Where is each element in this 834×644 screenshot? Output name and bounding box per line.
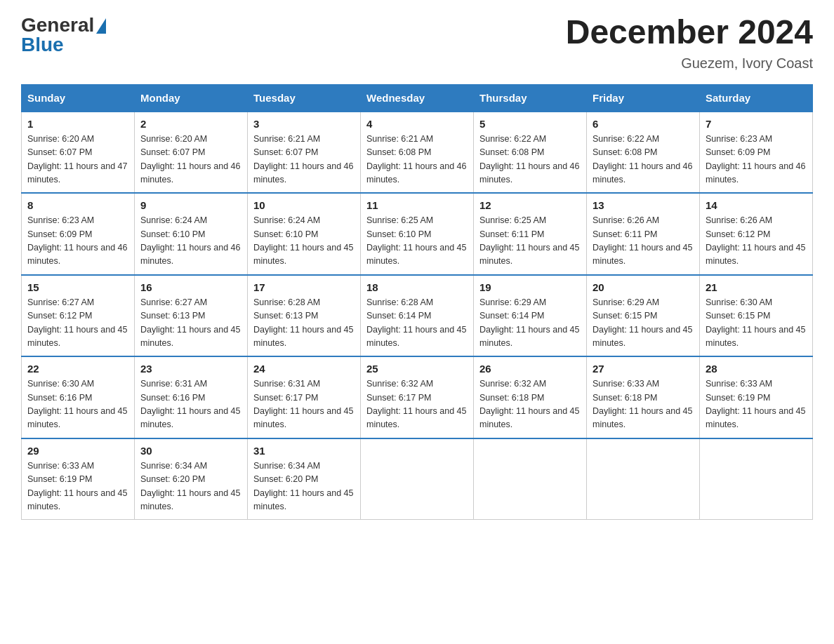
calendar-day-cell: 4Sunrise: 6:21 AMSunset: 6:08 PMDaylight…: [361, 112, 474, 194]
day-number: 22: [27, 363, 128, 375]
day-info: Sunrise: 6:28 AMSunset: 6:13 PMDaylight:…: [253, 296, 355, 351]
day-info: Sunrise: 6:27 AMSunset: 6:12 PMDaylight:…: [27, 296, 128, 351]
column-header-sunday: Sunday: [22, 84, 135, 112]
page-header: General Blue December 2024 Guezem, Ivory…: [21, 14, 813, 72]
day-info: Sunrise: 6:30 AMSunset: 6:16 PMDaylight:…: [27, 377, 128, 432]
day-info: Sunrise: 6:31 AMSunset: 6:16 PMDaylight:…: [140, 377, 241, 432]
day-number: 17: [253, 281, 355, 293]
calendar-day-cell: 5Sunrise: 6:22 AMSunset: 6:08 PMDaylight…: [474, 112, 587, 194]
calendar-day-cell: 28Sunrise: 6:33 AMSunset: 6:19 PMDayligh…: [700, 356, 813, 438]
calendar-day-cell: 30Sunrise: 6:34 AMSunset: 6:20 PMDayligh…: [135, 438, 248, 520]
column-header-tuesday: Tuesday: [248, 84, 361, 112]
day-number: 23: [140, 363, 241, 375]
day-number: 8: [27, 199, 128, 211]
day-number: 30: [140, 445, 241, 457]
month-title: December 2024: [566, 14, 813, 51]
day-number: 2: [140, 118, 241, 130]
column-header-monday: Monday: [135, 84, 248, 112]
day-info: Sunrise: 6:20 AMSunset: 6:07 PMDaylight:…: [27, 133, 128, 187]
location-text: Guezem, Ivory Coast: [566, 55, 813, 72]
calendar-header-row: SundayMondayTuesdayWednesdayThursdayFrid…: [22, 84, 813, 112]
day-info: Sunrise: 6:25 AMSunset: 6:11 PMDaylight:…: [479, 214, 581, 269]
day-info: Sunrise: 6:23 AMSunset: 6:09 PMDaylight:…: [27, 214, 128, 269]
day-number: 4: [366, 118, 468, 130]
day-number: 5: [479, 118, 581, 130]
day-info: Sunrise: 6:21 AMSunset: 6:08 PMDaylight:…: [366, 133, 468, 187]
calendar-day-cell: [361, 438, 474, 520]
calendar-day-cell: 27Sunrise: 6:33 AMSunset: 6:18 PMDayligh…: [587, 356, 700, 438]
day-info: Sunrise: 6:22 AMSunset: 6:08 PMDaylight:…: [593, 133, 694, 187]
day-info: Sunrise: 6:31 AMSunset: 6:17 PMDaylight:…: [253, 377, 355, 432]
column-header-thursday: Thursday: [474, 84, 587, 112]
day-number: 12: [479, 199, 581, 211]
day-info: Sunrise: 6:29 AMSunset: 6:14 PMDaylight:…: [479, 296, 581, 351]
calendar-day-cell: 24Sunrise: 6:31 AMSunset: 6:17 PMDayligh…: [248, 356, 361, 438]
calendar-day-cell: 13Sunrise: 6:26 AMSunset: 6:11 PMDayligh…: [587, 193, 700, 275]
calendar-day-cell: 15Sunrise: 6:27 AMSunset: 6:12 PMDayligh…: [22, 275, 135, 357]
day-info: Sunrise: 6:33 AMSunset: 6:19 PMDaylight:…: [27, 459, 128, 514]
calendar-day-cell: 14Sunrise: 6:26 AMSunset: 6:12 PMDayligh…: [700, 193, 813, 275]
calendar-day-cell: 16Sunrise: 6:27 AMSunset: 6:13 PMDayligh…: [135, 275, 248, 357]
day-info: Sunrise: 6:26 AMSunset: 6:12 PMDaylight:…: [706, 214, 807, 269]
day-info: Sunrise: 6:24 AMSunset: 6:10 PMDaylight:…: [140, 214, 241, 269]
day-info: Sunrise: 6:26 AMSunset: 6:11 PMDaylight:…: [593, 214, 694, 269]
column-header-wednesday: Wednesday: [361, 84, 474, 112]
day-number: 15: [27, 281, 128, 293]
calendar-day-cell: 18Sunrise: 6:28 AMSunset: 6:14 PMDayligh…: [361, 275, 474, 357]
day-number: 25: [366, 363, 468, 375]
day-number: 29: [27, 445, 128, 457]
day-number: 21: [706, 281, 807, 293]
day-info: Sunrise: 6:30 AMSunset: 6:15 PMDaylight:…: [706, 296, 807, 351]
day-number: 28: [706, 363, 807, 375]
calendar-day-cell: 12Sunrise: 6:25 AMSunset: 6:11 PMDayligh…: [474, 193, 587, 275]
day-number: 7: [706, 118, 807, 130]
day-info: Sunrise: 6:23 AMSunset: 6:09 PMDaylight:…: [706, 133, 807, 187]
day-number: 10: [253, 199, 355, 211]
day-info: Sunrise: 6:28 AMSunset: 6:14 PMDaylight:…: [366, 296, 468, 351]
calendar-day-cell: [700, 438, 813, 520]
day-info: Sunrise: 6:33 AMSunset: 6:18 PMDaylight:…: [593, 377, 694, 432]
calendar-day-cell: 8Sunrise: 6:23 AMSunset: 6:09 PMDaylight…: [22, 193, 135, 275]
calendar-day-cell: 25Sunrise: 6:32 AMSunset: 6:17 PMDayligh…: [361, 356, 474, 438]
day-info: Sunrise: 6:32 AMSunset: 6:17 PMDaylight:…: [366, 377, 468, 432]
logo-blue-text: Blue: [21, 34, 64, 56]
calendar-day-cell: 9Sunrise: 6:24 AMSunset: 6:10 PMDaylight…: [135, 193, 248, 275]
day-number: 27: [593, 363, 694, 375]
day-info: Sunrise: 6:25 AMSunset: 6:10 PMDaylight:…: [366, 214, 468, 269]
logo-triangle-icon: [96, 18, 106, 34]
day-number: 20: [593, 281, 694, 293]
column-header-saturday: Saturday: [700, 84, 813, 112]
day-info: Sunrise: 6:24 AMSunset: 6:10 PMDaylight:…: [253, 214, 355, 269]
day-info: Sunrise: 6:32 AMSunset: 6:18 PMDaylight:…: [479, 377, 581, 432]
day-number: 6: [593, 118, 694, 130]
day-number: 24: [253, 363, 355, 375]
column-header-friday: Friday: [587, 84, 700, 112]
day-number: 3: [253, 118, 355, 130]
calendar-week-row: 8Sunrise: 6:23 AMSunset: 6:09 PMDaylight…: [22, 193, 813, 275]
day-number: 13: [593, 199, 694, 211]
calendar-day-cell: 7Sunrise: 6:23 AMSunset: 6:09 PMDaylight…: [700, 112, 813, 194]
title-section: December 2024 Guezem, Ivory Coast: [566, 14, 813, 72]
calendar-day-cell: 29Sunrise: 6:33 AMSunset: 6:19 PMDayligh…: [22, 438, 135, 520]
calendar-day-cell: 1Sunrise: 6:20 AMSunset: 6:07 PMDaylight…: [22, 112, 135, 194]
calendar-table: SundayMondayTuesdayWednesdayThursdayFrid…: [21, 84, 813, 521]
day-number: 1: [27, 118, 128, 130]
day-info: Sunrise: 6:34 AMSunset: 6:20 PMDaylight:…: [253, 459, 355, 514]
day-number: 16: [140, 281, 241, 293]
calendar-day-cell: 17Sunrise: 6:28 AMSunset: 6:13 PMDayligh…: [248, 275, 361, 357]
day-number: 31: [253, 445, 355, 457]
day-info: Sunrise: 6:20 AMSunset: 6:07 PMDaylight:…: [140, 133, 241, 187]
day-number: 11: [366, 199, 468, 211]
calendar-day-cell: 11Sunrise: 6:25 AMSunset: 6:10 PMDayligh…: [361, 193, 474, 275]
calendar-week-row: 29Sunrise: 6:33 AMSunset: 6:19 PMDayligh…: [22, 438, 813, 520]
logo: General Blue: [21, 14, 106, 56]
day-info: Sunrise: 6:34 AMSunset: 6:20 PMDaylight:…: [140, 459, 241, 514]
day-number: 18: [366, 281, 468, 293]
calendar-day-cell: 26Sunrise: 6:32 AMSunset: 6:18 PMDayligh…: [474, 356, 587, 438]
day-info: Sunrise: 6:29 AMSunset: 6:15 PMDaylight:…: [593, 296, 694, 351]
calendar-day-cell: 6Sunrise: 6:22 AMSunset: 6:08 PMDaylight…: [587, 112, 700, 194]
day-number: 9: [140, 199, 241, 211]
day-info: Sunrise: 6:27 AMSunset: 6:13 PMDaylight:…: [140, 296, 241, 351]
day-info: Sunrise: 6:22 AMSunset: 6:08 PMDaylight:…: [479, 133, 581, 187]
calendar-day-cell: 19Sunrise: 6:29 AMSunset: 6:14 PMDayligh…: [474, 275, 587, 357]
